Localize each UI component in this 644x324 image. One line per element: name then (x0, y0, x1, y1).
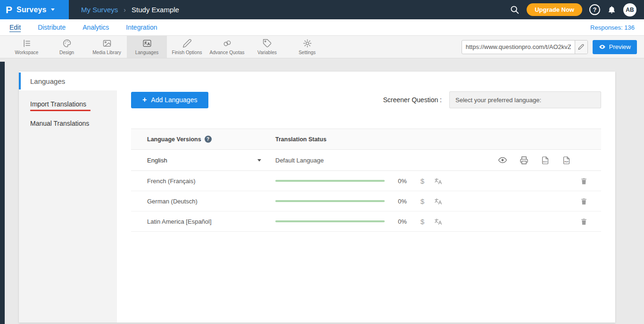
default-row-actions: DOC PDF (498, 155, 588, 165)
breadcrumb-my-surveys[interactable]: My Surveys (81, 6, 118, 14)
language-name-label: German (Deutsch) (147, 198, 198, 205)
tag-icon (263, 39, 272, 48)
design-palette-icon (62, 39, 72, 48)
column-header-language-versions: Language Versions ? (147, 136, 275, 143)
red-underline-annotation (30, 110, 91, 111)
toolbar-item-label: Advance Quotas (210, 50, 245, 55)
paid-translation-icon[interactable]: $ (418, 177, 427, 185)
tab-distribute[interactable]: Distribute (38, 24, 66, 31)
languages-panel: Languages Import Translations Manual Tra… (19, 72, 615, 323)
delete-trash-icon[interactable] (580, 218, 588, 226)
user-avatar[interactable]: AB (623, 3, 636, 16)
panel-sidebar-items: Import Translations Manual Translations (19, 90, 117, 323)
plus-icon: + (142, 96, 147, 104)
active-section-accent (19, 73, 21, 89)
language-name-label: Latin America [Español] (147, 218, 212, 225)
language-name: Latin America [Español] (147, 218, 275, 225)
table-row-default-language: English Default Language DOC (131, 150, 601, 171)
languages-panel-sidebar: Languages Import Translations Manual Tra… (19, 72, 117, 323)
svg-text:DOC: DOC (543, 160, 547, 162)
chevron-down-icon (51, 8, 55, 11)
questionpro-logo: P (6, 5, 12, 15)
preview-eye-icon[interactable] (498, 155, 507, 165)
sidebar-item-label: Import Translations (30, 100, 86, 108)
translation-progress-bar (275, 220, 385, 222)
product-name: Surveys (17, 6, 47, 14)
help-badge-icon[interactable]: ? (205, 136, 212, 143)
screener-question-label: Screener Question : (383, 96, 442, 104)
workspace-icon (22, 39, 32, 48)
add-languages-label: Add Languages (151, 96, 197, 104)
export-pdf-icon[interactable]: PDF (562, 156, 571, 165)
toolbar-item-label: Finish Options (172, 50, 202, 55)
table-row-spanish: Latin America [Español] 0% $ (131, 211, 601, 232)
paid-translation-icon[interactable]: $ (418, 197, 427, 205)
toolbar-item-label: Design (59, 50, 74, 55)
edit-toolbar: Workspace Design Media Library Languages… (0, 36, 644, 58)
topbar-actions: Upgrade Now ? AB (510, 3, 644, 16)
toolbar-item-design[interactable]: Design (47, 36, 87, 58)
sidebar-item-label: Manual Translations (30, 120, 89, 127)
pen-icon (182, 39, 192, 48)
auto-translate-icon[interactable] (434, 177, 443, 186)
content-area: Languages Import Translations Manual Tra… (0, 58, 644, 324)
paid-translation-icon[interactable]: $ (418, 218, 427, 226)
print-icon[interactable] (520, 156, 528, 165)
toolbar-right: Preview (462, 36, 644, 58)
toolbar-item-settings[interactable]: Settings (287, 36, 327, 58)
default-language-status: Default Language (275, 157, 324, 164)
auto-translate-icon[interactable] (434, 217, 443, 226)
survey-nav-tabs: Edit Distribute Analytics Integration Re… (0, 19, 644, 36)
notifications-bell-icon[interactable] (607, 5, 616, 14)
toolbar-item-label: Variables (257, 50, 277, 55)
languages-translate-icon (142, 39, 152, 48)
chevron-down-icon (257, 159, 261, 162)
delete-trash-icon[interactable] (580, 177, 588, 185)
translation-percent: 0% (398, 218, 414, 225)
export-doc-icon[interactable]: DOC (541, 156, 550, 165)
language-name: French (Français) (147, 178, 275, 185)
panel-title-row: Languages (19, 72, 117, 90)
collapsed-sidebar-strip (0, 62, 5, 324)
table-header-row: Language Versions ? Translation Status (131, 129, 601, 150)
translation-progress-bar (275, 200, 385, 202)
gear-icon (303, 39, 312, 48)
translation-progress-bar (275, 180, 385, 182)
toolbar-item-label: Settings (298, 50, 315, 55)
toolbar-item-media-library[interactable]: Media Library (87, 36, 127, 58)
screener-question-select[interactable]: Select your preferred language: (449, 91, 601, 108)
survey-url-input[interactable] (462, 43, 575, 50)
toolbar-item-languages[interactable]: Languages (127, 36, 167, 58)
tab-integration[interactable]: Integration (126, 24, 157, 31)
toolbar-item-workspace[interactable]: Workspace (7, 36, 47, 58)
edit-url-pencil-icon[interactable] (575, 40, 587, 54)
breadcrumb: My Surveys › Study Example (81, 6, 179, 14)
language-versions-table: Language Versions ? Translation Status E… (131, 129, 601, 232)
toolbar-item-advance-quotas[interactable]: Advance Quotas (207, 36, 247, 58)
panel-actions-row: + Add Languages Screener Question : Sele… (131, 91, 601, 108)
tab-analytics[interactable]: Analytics (83, 24, 109, 31)
toolbar-item-variables[interactable]: Variables (247, 36, 287, 58)
toolbar-item-finish-options[interactable]: Finish Options (167, 36, 207, 58)
tab-edit[interactable]: Edit (9, 24, 21, 31)
auto-translate-icon[interactable] (434, 197, 443, 206)
responses-count[interactable]: Responses: 136 (590, 24, 635, 31)
search-icon[interactable] (510, 5, 520, 15)
preview-label: Preview (609, 43, 631, 50)
sidebar-item-import-translations[interactable]: Import Translations (19, 96, 117, 113)
translation-percent: 0% (398, 178, 414, 185)
delete-trash-icon[interactable] (580, 197, 588, 205)
table-row-french: French (Français) 0% $ (131, 171, 601, 191)
default-language-select[interactable]: English (147, 157, 275, 164)
preview-button[interactable]: Preview (593, 40, 637, 54)
sidebar-item-manual-translations[interactable]: Manual Translations (19, 113, 117, 129)
add-languages-button[interactable]: + Add Languages (131, 92, 208, 108)
survey-url-box (462, 40, 588, 54)
languages-panel-main: + Add Languages Screener Question : Sele… (117, 72, 615, 323)
product-switcher[interactable]: P Surveys (0, 0, 69, 19)
help-icon[interactable]: ? (589, 4, 600, 15)
toolbar-item-label: Workspace (15, 50, 39, 55)
default-language-name: English (147, 157, 167, 164)
toolbar-item-label: Media Library (92, 50, 121, 55)
upgrade-now-button[interactable]: Upgrade Now (527, 3, 582, 16)
